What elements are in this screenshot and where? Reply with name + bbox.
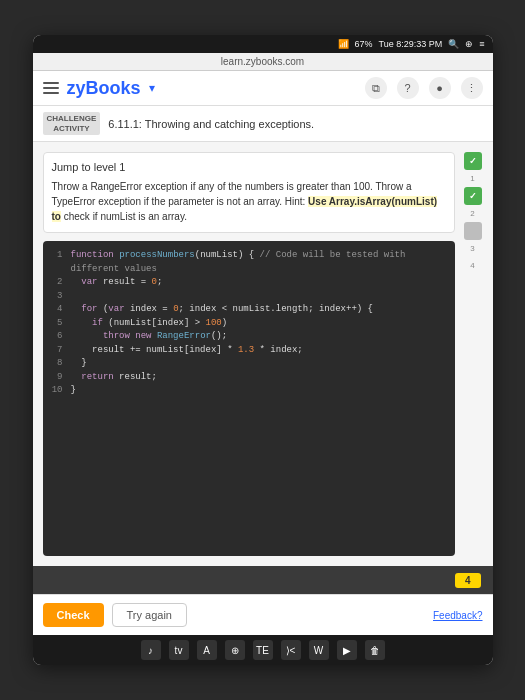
dots-icon[interactable]: ⋮ — [461, 77, 483, 99]
content-area: CHALLENGE ACTIVITY 6.11.1: Throwing and … — [33, 106, 493, 635]
url-bar[interactable]: learn.zybooks.com — [33, 53, 493, 71]
hamburger-menu[interactable] — [43, 82, 59, 94]
step-1-number: 1 — [470, 174, 474, 183]
instruction-section: Jump to level 1 Throw a RangeError excep… — [43, 152, 455, 233]
step-2-indicator[interactable]: ✓ — [464, 187, 482, 205]
time-display: Tue 8:29:33 PM — [379, 39, 443, 49]
notification-icon: ⊕ — [465, 39, 473, 49]
taskbar-tv-icon[interactable]: tv — [169, 640, 189, 660]
code-line-3: 3 — [51, 290, 447, 304]
challenge-header: CHALLENGE ACTIVITY 6.11.1: Throwing and … — [33, 106, 493, 142]
taskbar-music-icon[interactable]: ♪ — [141, 640, 161, 660]
status-bar: 📶 67% Tue 8:29:33 PM 🔍 ⊕ ≡ — [33, 35, 493, 53]
url-text: learn.zybooks.com — [221, 56, 304, 67]
brand-name: zyBooks — [67, 78, 141, 99]
wifi-icon: 📶 — [338, 39, 349, 49]
code-line-9: 9 return result; — [51, 371, 447, 385]
challenge-badge: CHALLENGE ACTIVITY — [43, 112, 101, 135]
laptop-screen: 📶 67% Tue 8:29:33 PM 🔍 ⊕ ≡ learn.zybooks… — [33, 35, 493, 665]
right-panel: ✓ 1 ✓ 2 3 4 — [463, 152, 483, 556]
line-num-6: 6 — [51, 330, 63, 344]
code-line-4: 4 for (var index = 0; index < numList.le… — [51, 303, 447, 317]
line-num-5: 5 — [51, 317, 63, 331]
app-header: zyBooks ▾ ⧉ ? ● ⋮ — [33, 71, 493, 106]
left-panel: Jump to level 1 Throw a RangeError excep… — [43, 152, 455, 556]
taskbar: ♪ tv A ⊕ TE ⟩< W ▶ 🗑 — [33, 635, 493, 665]
line-num-4: 4 — [51, 303, 63, 317]
taskbar-w-icon[interactable]: W — [309, 640, 329, 660]
search-icon: 🔍 — [448, 39, 459, 49]
taskbar-plus-icon[interactable]: ⊕ — [225, 640, 245, 660]
code-line-1: 1 function processNumbers(numList) { // … — [51, 249, 447, 276]
step-4-number: 4 — [470, 261, 474, 270]
user-icon[interactable]: ● — [429, 77, 451, 99]
step-3-indicator[interactable] — [464, 222, 482, 240]
feedback-link[interactable]: Feedback? — [433, 610, 482, 621]
code-line-5: 5 if (numList[index] > 100) — [51, 317, 447, 331]
main-content: Jump to level 1 Throw a RangeError excep… — [33, 142, 493, 566]
hint-highlight: Use Array.isArray(numList) to — [52, 196, 438, 222]
challenge-badge-line1: CHALLENGE — [47, 114, 97, 124]
help-icon[interactable]: ? — [397, 77, 419, 99]
score-bar: 4 — [33, 566, 493, 594]
line-num-10: 10 — [51, 384, 63, 398]
taskbar-te-icon[interactable]: TE — [253, 640, 273, 660]
battery-text: 67% — [355, 39, 373, 49]
try-again-button[interactable]: Try again — [112, 603, 187, 627]
score-badge: 4 — [455, 573, 481, 588]
jump-level-label: Jump to level 1 — [52, 161, 446, 173]
taskbar-a-icon[interactable]: A — [197, 640, 217, 660]
taskbar-play-icon[interactable]: ▶ — [337, 640, 357, 660]
menu-icon: ≡ — [479, 39, 484, 49]
code-line-7: 7 result += numList[index] * 1.3 * index… — [51, 344, 447, 358]
code-line-8: 8 } — [51, 357, 447, 371]
code-line-2: 2 var result = 0; — [51, 276, 447, 290]
check-button[interactable]: Check — [43, 603, 104, 627]
action-buttons: Check Try again — [43, 603, 187, 627]
header-icons: ⧉ ? ● ⋮ — [365, 77, 483, 99]
step-2-number: 2 — [470, 209, 474, 218]
line-num-2: 2 — [51, 276, 63, 290]
line-num-9: 9 — [51, 371, 63, 385]
copy-icon[interactable]: ⧉ — [365, 77, 387, 99]
step-3-number: 3 — [470, 244, 474, 253]
code-line-6: 6 throw new RangeError(); — [51, 330, 447, 344]
taskbar-trash-icon[interactable]: 🗑 — [365, 640, 385, 660]
challenge-badge-line2: ACTIVITY — [47, 124, 97, 134]
brand-dropdown-icon[interactable]: ▾ — [149, 81, 155, 95]
code-editor[interactable]: 1 function processNumbers(numList) { // … — [43, 241, 455, 556]
action-bar: Check Try again Feedback? — [33, 594, 493, 635]
line-num-7: 7 — [51, 344, 63, 358]
instruction-text: Throw a RangeError exception if any of t… — [52, 179, 446, 224]
taskbar-sc-icon[interactable]: ⟩< — [281, 640, 301, 660]
step-1-indicator[interactable]: ✓ — [464, 152, 482, 170]
challenge-title: 6.11.1: Throwing and catching exceptions… — [108, 118, 314, 130]
line-num-3: 3 — [51, 290, 63, 304]
code-line-10: 10 } — [51, 384, 447, 398]
line-num-1: 1 — [51, 249, 63, 276]
line-num-8: 8 — [51, 357, 63, 371]
